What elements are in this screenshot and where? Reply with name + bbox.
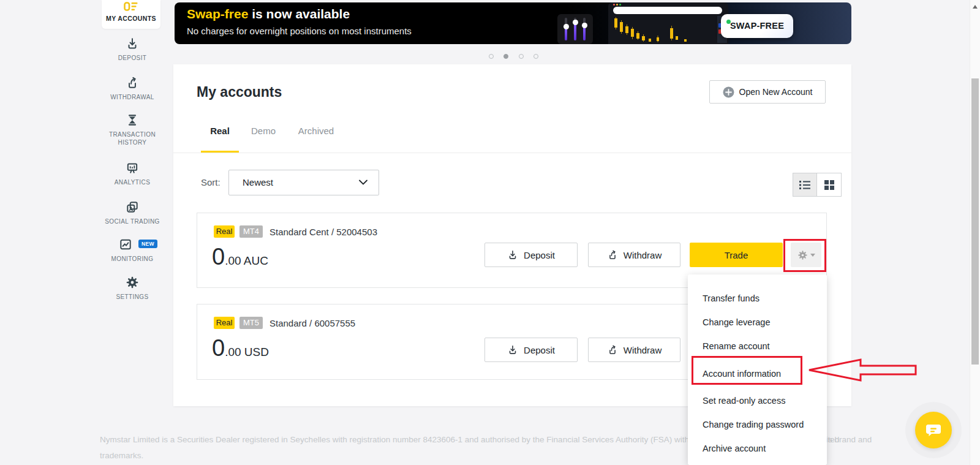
chat-button[interactable] <box>915 412 952 448</box>
banner-subtitle: No charges for overnight positions on mo… <box>187 26 412 36</box>
list-view-button[interactable] <box>793 173 817 197</box>
menu-item-change-trading-password[interactable]: Change trading password <box>688 413 827 437</box>
list-view-icon <box>799 181 810 189</box>
sidebar-item-monitoring[interactable]: NEW MONITORING <box>98 238 167 263</box>
trading-chart-graphic <box>608 2 728 44</box>
equalizer-graphic <box>557 14 593 44</box>
analytics-icon <box>126 161 139 175</box>
sidebar-item-label: DEPOSIT <box>98 54 167 62</box>
account-name: Standard Cent / 52004503 <box>270 227 377 237</box>
sidebar-item-social-trading[interactable]: SOCIAL TRADING <box>98 200 167 225</box>
banner-title-highlight: Swap-free <box>187 7 248 21</box>
withdrawal-icon <box>126 76 139 89</box>
caret-down-icon <box>810 254 815 257</box>
menu-item-change-leverage[interactable]: Change leverage <box>688 311 827 335</box>
chat-bubble-icon <box>925 422 942 439</box>
carousel-dot-3[interactable] <box>519 54 524 59</box>
promo-banner[interactable]: Swap-free is now available No charges fo… <box>175 2 851 44</box>
tab-real[interactable]: Real <box>201 126 239 136</box>
tab-archived[interactable]: Archived <box>296 126 336 136</box>
sidebar-item-label: ANALYTICS <box>98 178 167 186</box>
monitoring-icon <box>119 238 132 251</box>
sidebar-item-label: SETTINGS <box>98 293 167 301</box>
sidebar-item-label: WITHDRAWAL <box>98 93 167 101</box>
open-new-account-label: Open New Account <box>739 87 813 97</box>
tab-demo[interactable]: Demo <box>248 126 279 136</box>
menu-item-archive-account[interactable]: Archive account <box>688 437 827 461</box>
account-settings-gear-button[interactable] <box>791 243 821 267</box>
swap-free-cta-button[interactable]: SWAP-FREE <box>721 14 793 38</box>
account-balance: 0.00 USD <box>212 335 269 361</box>
sidebar-item-deposit[interactable]: DEPOSIT <box>98 37 167 62</box>
balance-minor: .00 AUC <box>225 254 268 267</box>
sort-dropdown[interactable]: Newest <box>228 170 379 195</box>
carousel-dot-1[interactable] <box>489 54 494 59</box>
sidebar-item-settings[interactable]: SETTINGS <box>98 276 167 301</box>
plus-circle-icon <box>723 86 734 98</box>
carousel-dots <box>489 50 546 56</box>
page-scrollbar[interactable] <box>970 0 980 465</box>
footer-disclaimer-line2: trademarks. <box>100 451 143 460</box>
trade-button[interactable]: Trade <box>690 243 783 267</box>
sort-label: Sort: <box>201 177 221 187</box>
sidebar-item-label: SOCIAL TRADING <box>98 217 167 225</box>
withdraw-button[interactable]: Withdraw <box>588 243 680 267</box>
sidebar: MY ACCOUNTS DEPOSIT WITHDRAWAL TRANSACTI… <box>98 0 167 465</box>
platform-badge: MT5 <box>239 317 263 329</box>
menu-item-set-read-only-access[interactable]: Set read-only access <box>688 389 827 413</box>
grid-view-button[interactable] <box>817 173 842 197</box>
deposit-icon <box>126 37 139 50</box>
swap-free-cta-label: SWAP-FREE <box>721 21 793 31</box>
sidebar-item-withdrawal[interactable]: WITHDRAWAL <box>98 76 167 101</box>
carousel-dot-4[interactable] <box>533 54 538 59</box>
account-balance: 0.00 AUC <box>212 244 268 270</box>
open-new-account-button[interactable]: Open New Account <box>709 80 826 104</box>
scrollbar-thumb[interactable] <box>971 78 979 365</box>
tabs-divider <box>173 153 851 153</box>
withdraw-label: Withdraw <box>624 345 662 355</box>
view-toggle <box>793 173 842 197</box>
menu-item-transfer-funds[interactable]: Transfer funds <box>688 287 827 311</box>
sidebar-item-label: MONITORING <box>98 255 167 263</box>
banner-title-rest: is now available <box>248 7 350 21</box>
page-title: My accounts <box>197 84 282 100</box>
sidebar-item-analytics[interactable]: ANALYTICS <box>98 161 167 186</box>
transaction-history-icon <box>126 113 139 127</box>
settings-icon <box>126 276 139 289</box>
withdraw-button[interactable]: Withdraw <box>588 338 680 362</box>
new-badge: NEW <box>138 240 157 248</box>
withdraw-icon <box>607 344 618 355</box>
sidebar-item-label: MY ACCOUNTS <box>102 15 160 23</box>
menu-item-rename-account[interactable]: Rename account <box>688 335 827 358</box>
withdraw-icon <box>607 249 618 260</box>
sidebar-item-label: TRANSACTION HISTORY <box>106 130 159 146</box>
sidebar-item-my-accounts[interactable]: MY ACCOUNTS <box>102 0 160 29</box>
grid-view-icon <box>824 180 834 190</box>
deposit-label: Deposit <box>524 345 555 355</box>
deposit-label: Deposit <box>524 250 555 260</box>
chevron-down-icon <box>359 180 368 185</box>
account-type-badge: Real <box>214 317 235 329</box>
accounts-icon <box>124 2 138 11</box>
banner-title: Swap-free is now available <box>187 7 350 21</box>
deposit-button[interactable]: Deposit <box>484 243 578 267</box>
deposit-button[interactable]: Deposit <box>484 338 578 362</box>
carousel-dot-2-active[interactable] <box>503 54 508 59</box>
gear-icon <box>797 250 808 260</box>
sidebar-item-transaction-history[interactable]: TRANSACTION HISTORY <box>98 113 167 146</box>
menu-item-account-information[interactable]: Account information <box>688 358 827 389</box>
sort-selected-value: Newest <box>243 177 273 187</box>
candlestick-chart-graphic <box>612 17 707 43</box>
balance-major: 0 <box>212 335 225 361</box>
balance-major: 0 <box>212 244 225 270</box>
account-type-badge: Real <box>214 225 235 238</box>
scrollbar-up-arrow[interactable] <box>973 5 978 9</box>
account-name: Standard / 60057555 <box>270 318 355 328</box>
platform-badge: MT4 <box>239 225 263 238</box>
withdraw-label: Withdraw <box>624 250 662 260</box>
deposit-icon <box>507 344 518 355</box>
deposit-icon <box>507 249 518 260</box>
balance-minor: .00 USD <box>225 346 269 358</box>
footer-disclaimer-line1-end: s brand and <box>828 435 872 444</box>
account-actions-menu: Transfer funds Change leverage Rename ac… <box>688 274 827 465</box>
